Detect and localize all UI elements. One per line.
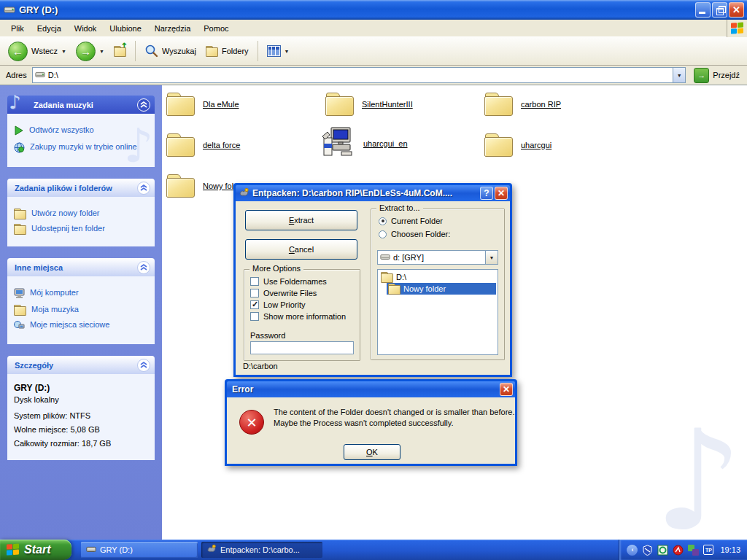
tuneup-icon[interactable]: TP xyxy=(703,545,713,555)
forward-dropdown-icon[interactable]: ▼ xyxy=(99,49,104,54)
media-player-icon[interactable] xyxy=(657,545,668,556)
panel-file-folder-tasks-body: Utwórz nowy folder Udostępnij ten folder xyxy=(7,197,155,246)
checkbox-icon[interactable] xyxy=(250,289,259,298)
taskbar: Start GRY (D:) Entpacken: D:\carbo... ‹ xyxy=(0,540,747,560)
menu-edycja[interactable]: Edycja xyxy=(31,22,68,35)
display-settings-icon[interactable] xyxy=(688,545,699,556)
file-tile[interactable]: uharcgui_en xyxy=(321,126,476,161)
menu-widok[interactable]: Widok xyxy=(68,22,104,35)
go-button[interactable]: → Przejdź xyxy=(691,68,746,83)
checkbox-icon[interactable] xyxy=(250,277,259,286)
sidebar-item-my-computer[interactable]: Mój komputer xyxy=(14,288,150,300)
menu-plik[interactable]: Plik xyxy=(4,22,31,35)
extract-button[interactable]: Extract xyxy=(245,210,357,230)
sidebar-item-my-music[interactable]: Moja muzyka xyxy=(14,305,150,315)
taskbar-button-gry[interactable]: GRY (D:) xyxy=(81,542,198,558)
extract-dialog-titlebar: Entpacken: D:\carbon RIP\EnDLeSs-4uM.CoM… xyxy=(236,185,510,201)
password-field[interactable] xyxy=(250,341,354,354)
ati-icon[interactable] xyxy=(673,545,684,556)
address-value: D:\ xyxy=(48,71,58,79)
hide-tray-icons-icon[interactable]: ‹ xyxy=(627,545,638,556)
panel-other-places-body: Mój komputer Moja muzyka Moje miejsca si… xyxy=(7,276,155,344)
search-button[interactable]: Wyszukaj xyxy=(141,42,200,61)
file-tile[interactable]: uharcgui xyxy=(484,133,639,157)
back-dropdown-icon[interactable]: ▼ xyxy=(61,49,66,54)
menu-ulubione[interactable]: Ulubione xyxy=(103,22,147,35)
drive-icon xyxy=(4,4,15,17)
sidebar-item-shop-music-online[interactable]: Zakupy muzyki w trybie online xyxy=(14,142,150,155)
sidebar-item-play-all[interactable]: Odtwórz wszystko xyxy=(14,125,150,137)
panel-details-body: GRY (D:) Dysk lokalny System plików: NTF… xyxy=(7,374,155,460)
drive-icon xyxy=(35,69,45,81)
panel-details-header[interactable]: Szczegóły xyxy=(7,356,155,374)
window-titlebar: GRY (D:) ✕ xyxy=(0,0,747,20)
folders-button[interactable]: Foldery xyxy=(202,44,252,58)
collapse-chevron-icon[interactable] xyxy=(137,359,150,372)
start-button[interactable]: Start xyxy=(0,540,71,560)
back-button[interactable]: ← Wstecz ▼ xyxy=(4,39,70,63)
sidebar-item-my-network-places[interactable]: Moje miejsca sieciowe xyxy=(14,320,150,332)
menu-narzedzia[interactable]: Narzędzia xyxy=(148,22,198,35)
checkbox-checked-icon[interactable] xyxy=(250,300,259,309)
address-dropdown-button[interactable]: ▼ xyxy=(673,68,685,82)
taskbar-button-entpacken[interactable]: Entpacken: D:\carbo... xyxy=(201,542,322,558)
windows-logo-icon xyxy=(7,543,20,556)
panel-file-folder-tasks: Zadania plików i folderów Utwórz nowy fo… xyxy=(7,179,155,246)
clock: 19:13 xyxy=(720,545,740,554)
help-button[interactable]: ? xyxy=(480,187,493,200)
radio-icon[interactable] xyxy=(379,230,387,238)
cancel-button[interactable]: Cancel xyxy=(245,239,357,260)
password-label: Password xyxy=(250,331,285,340)
toolbar-separator xyxy=(135,41,136,61)
system-tray: ‹ TP 19:13 xyxy=(619,540,747,560)
sidebar-item-new-folder[interactable]: Utwórz nowy folder xyxy=(14,209,150,219)
checkbox-icon[interactable] xyxy=(250,312,259,321)
views-icon xyxy=(267,45,281,57)
restore-button[interactable] xyxy=(712,2,727,18)
checkbox-show-more-information[interactable]: Show more information xyxy=(250,312,346,321)
radio-current-folder[interactable]: Current Folder xyxy=(379,217,443,225)
checkbox-low-priority[interactable]: Low Priority xyxy=(250,300,305,309)
dropdown-arrow-icon[interactable]: ▼ xyxy=(485,251,498,264)
sidebar-item-share-folder[interactable]: Udostępnij ten folder xyxy=(14,224,150,234)
forward-button[interactable]: → ▼ xyxy=(72,39,108,63)
setup-application-icon xyxy=(321,126,356,161)
addressbar: Adres D:\ ▼ → Przejdź xyxy=(0,66,747,85)
checkbox-use-foldernames[interactable]: Use Foldernames xyxy=(250,277,327,286)
panel-music-tasks-header[interactable]: ♪ Zadania muzyki xyxy=(7,96,155,114)
panel-other-places-header[interactable]: Inne miejsca xyxy=(7,258,155,276)
file-tile[interactable]: carbon RIP xyxy=(484,93,639,116)
file-tile[interactable]: Dla eMule xyxy=(166,93,321,116)
menubar: Plik Edycja Widok Ulubione Narzędzia Pom… xyxy=(0,20,747,37)
shield-icon[interactable] xyxy=(642,545,653,556)
up-button[interactable]: ↑ xyxy=(110,44,130,58)
tree-item-root[interactable]: D:\ xyxy=(379,271,496,283)
collapse-chevron-icon[interactable] xyxy=(137,98,150,112)
folder-icon xyxy=(166,93,196,116)
close-icon[interactable]: ✕ xyxy=(495,187,508,200)
views-dropdown-icon[interactable]: ▼ xyxy=(285,49,290,54)
folder-tree-listbox[interactable]: D:\ Nowy folder xyxy=(377,269,498,355)
close-button[interactable]: ✕ xyxy=(729,2,744,18)
drive-icon xyxy=(86,544,96,556)
radio-choosen-folder[interactable]: Choosen Folder: xyxy=(379,230,450,238)
radio-selected-icon[interactable] xyxy=(379,217,387,225)
drive-select-dropdown[interactable]: d: [GRY] ▼ xyxy=(377,250,498,265)
details-filesystem: System plików: NTFS xyxy=(14,411,150,420)
ok-button[interactable]: OK xyxy=(344,444,400,460)
menu-pomoc[interactable]: Pomoc xyxy=(197,22,235,35)
details-drive-name: GRY (D:) xyxy=(14,383,150,393)
checkbox-overwrite-files[interactable]: Overwrite Files xyxy=(250,289,317,298)
tree-item-nowy-folder[interactable]: Nowy folder xyxy=(387,283,496,295)
panel-other-places: Inne miejsca Mój komputer xyxy=(7,258,155,344)
minimize-button[interactable] xyxy=(695,2,711,18)
toolbar: ← Wstecz ▼ → ▼ ↑ Wyszukaj Foldery xyxy=(0,37,747,66)
close-icon[interactable]: ✕ xyxy=(500,383,513,396)
file-tile[interactable]: SilentHunterIII xyxy=(325,93,480,116)
address-input[interactable]: D:\ ▼ xyxy=(32,67,686,83)
file-tile[interactable]: delta force xyxy=(166,133,321,157)
collapse-chevron-icon[interactable] xyxy=(137,261,150,274)
collapse-chevron-icon[interactable] xyxy=(137,182,150,195)
panel-file-folder-tasks-header[interactable]: Zadania plików i folderów xyxy=(7,179,155,197)
views-button[interactable]: ▼ xyxy=(263,43,293,59)
